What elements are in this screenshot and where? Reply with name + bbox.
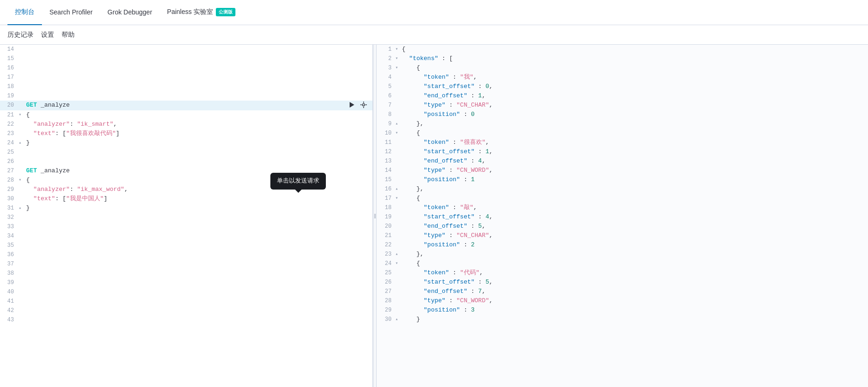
- output-line-9: 9 ▴ },: [379, 119, 868, 129]
- output-line-21: 21 "type" : "CN_CHAR",: [379, 231, 868, 240]
- editor-line: 14: [0, 45, 372, 54]
- output-line-19: 19 "start_offset" : 4,: [379, 212, 868, 222]
- editor-content[interactable]: 14 15 16 17: [0, 45, 372, 387]
- editor-line-27: 27 GET _analyze: [0, 166, 372, 176]
- output-line-26: 26 "start_offset" : 5,: [379, 278, 868, 287]
- svg-marker-0: [350, 102, 354, 108]
- output-line-7: 7 "type" : "CN_CHAR",: [379, 101, 868, 110]
- output-line-8: 8 "position" : 0: [379, 110, 868, 119]
- output-line-10: 10 ▾ {: [379, 129, 868, 138]
- editor-line: 16: [0, 63, 372, 73]
- output-line-13: 13 "end_offset" : 4,: [379, 156, 868, 166]
- output-line-5: 5 "start_offset" : 0,: [379, 82, 868, 91]
- output-line-14: 14 "type" : "CN_WORD",: [379, 166, 868, 175]
- output-line-1: 1 ▾ {: [379, 45, 868, 54]
- tab-painless-lab[interactable]: Painless 实验室 公测版: [159, 0, 243, 25]
- editor-line: 35: [0, 241, 372, 250]
- output-line-28: 28 "type" : "CN_WORD",: [379, 296, 868, 306]
- editor-line: 33: [0, 222, 372, 231]
- editor-line-28: 28 ▾ {: [0, 176, 372, 185]
- output-line-30: 30 ▴ }: [379, 315, 868, 324]
- top-navigation: 控制台 Search Profiler Grok Debugger Painle…: [0, 0, 868, 25]
- editor-line: 39: [0, 278, 372, 287]
- pane-divider[interactable]: ‖: [373, 45, 377, 387]
- editor-line: 19: [0, 91, 372, 101]
- editor-line-22: 22 "analyzer": "ik_smart",: [0, 120, 372, 129]
- editor-lines: 14 15 16 17: [0, 45, 372, 325]
- output-line-15: 15 "position" : 1: [379, 175, 868, 184]
- output-line-2: 2 ▾ "tokens" : [: [379, 54, 868, 63]
- help-button[interactable]: 帮助: [62, 29, 75, 41]
- output-line-17: 17 ▾ {: [379, 194, 868, 203]
- svg-point-1: [363, 104, 365, 106]
- tab-search-profiler[interactable]: Search Profiler: [42, 0, 100, 25]
- editor-line: 42: [0, 306, 372, 315]
- editor-line-24: 24 ▴ }: [0, 138, 372, 148]
- editor-line: 15: [0, 54, 372, 63]
- output-line-18: 18 "token" : "敲",: [379, 203, 868, 212]
- editor-line: 41: [0, 297, 372, 306]
- editor-pane: 14 15 16 17: [0, 45, 373, 387]
- run-button[interactable]: [346, 101, 357, 110]
- editor-line: 32: [0, 213, 372, 222]
- tab-grok-debugger[interactable]: Grok Debugger: [100, 0, 160, 25]
- output-line-3: 3 ▾ {: [379, 63, 868, 73]
- editor-line-21: 21 ▾ {: [0, 110, 372, 120]
- output-content[interactable]: 1 ▾ { 2 ▾ "tokens" : [ 3 ▾ { 4 "toke: [377, 45, 868, 387]
- output-line-4: 4 "token" : "我",: [379, 73, 868, 82]
- output-line-24: 24 ▾ {: [379, 259, 868, 268]
- editor-line: 26: [0, 157, 372, 166]
- output-line-20: 20 "end_offset" : 5,: [379, 222, 868, 231]
- editor-line: 40: [0, 287, 372, 297]
- editor-line: 43: [0, 315, 372, 325]
- output-line-16: 16 ▴ },: [379, 184, 868, 194]
- editor-line-30: 30 "text": ["我是中国人"]: [0, 194, 372, 204]
- output-line-11: 11 "token" : "很喜欢",: [379, 138, 868, 147]
- output-line-12: 12 "start_offset" : 1,: [379, 147, 868, 156]
- editor-line-31: 31 ▴ }: [0, 204, 372, 213]
- toolbar: 历史记录 设置 帮助 200 - OK 33 ms: [0, 25, 868, 45]
- tab-console[interactable]: 控制台: [7, 0, 42, 25]
- editor-line: 25: [0, 148, 372, 157]
- output-line-22: 22 "position" : 2: [379, 240, 868, 250]
- editor-line: 17: [0, 73, 372, 82]
- line-actions: [343, 101, 372, 110]
- history-button[interactable]: 历史记录: [7, 29, 34, 41]
- editor-line: 37: [0, 259, 372, 269]
- wrench-button[interactable]: [358, 101, 369, 110]
- output-line-23: 23 ▴ },: [379, 250, 868, 259]
- output-pane: 1 ▾ { 2 ▾ "tokens" : [ 3 ▾ { 4 "toke: [377, 45, 868, 387]
- main-container: 14 15 16 17: [0, 45, 868, 387]
- editor-line-23: 23 "text": ["我很喜欢敲代码"]: [0, 129, 372, 138]
- editor-line: 34: [0, 231, 372, 241]
- editor-line: 36: [0, 250, 372, 259]
- editor-line-29: 29 "analyzer": "ik_max_word",: [0, 185, 372, 194]
- output-line-29: 29 "position" : 3: [379, 306, 868, 315]
- beta-badge: 公测版: [216, 8, 235, 16]
- editor-line: 38: [0, 269, 372, 278]
- editor-line: 18: [0, 82, 372, 91]
- settings-button[interactable]: 设置: [41, 29, 54, 41]
- editor-line-20: 20 GET _analyze: [0, 101, 372, 110]
- output-line-6: 6 "end_offset" : 1,: [379, 91, 868, 101]
- output-line-25: 25 "token" : "代码",: [379, 268, 868, 278]
- output-line-27: 27 "end_offset" : 7,: [379, 287, 868, 296]
